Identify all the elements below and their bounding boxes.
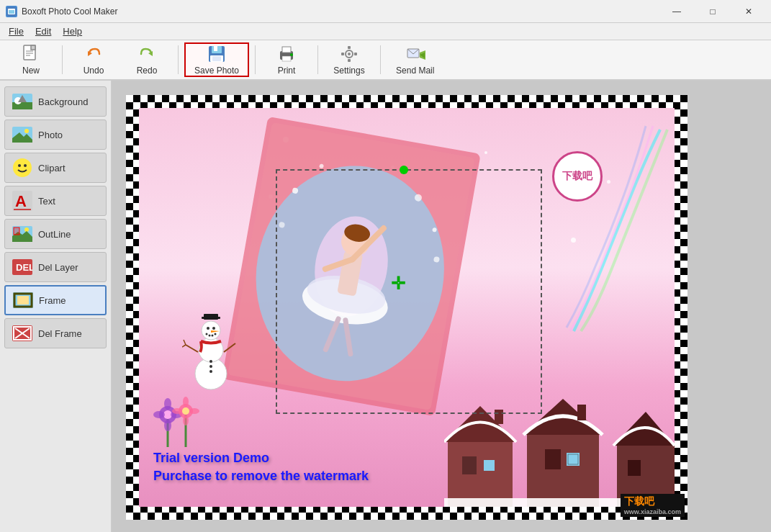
svg-rect-94 xyxy=(462,456,477,474)
svg-rect-2 xyxy=(9,10,14,14)
outline-icon xyxy=(12,224,32,244)
svg-text:DEL: DEL xyxy=(16,262,32,273)
menu-help[interactable]: Help xyxy=(57,24,88,38)
print-button[interactable]: Print xyxy=(261,42,312,77)
svg-text:A: A xyxy=(15,192,27,210)
menu-edit[interactable]: Edit xyxy=(30,24,57,38)
close-button[interactable]: ✕ xyxy=(732,1,765,22)
scene-background: 下载吧 xyxy=(139,108,675,507)
del-layer-label: Del Layer xyxy=(38,262,78,273)
text-icon: A xyxy=(12,191,32,211)
svg-rect-16 xyxy=(282,47,291,53)
flowers xyxy=(146,389,204,449)
move-handle[interactable]: ✛ xyxy=(391,274,405,294)
svg-point-33 xyxy=(24,129,29,133)
menu-file[interactable]: File xyxy=(3,24,30,38)
svg-rect-12 xyxy=(214,46,217,51)
new-button[interactable]: New xyxy=(6,42,56,77)
background-icon xyxy=(12,91,32,112)
svg-line-67 xyxy=(224,343,235,352)
window-controls: — □ ✕ xyxy=(660,1,765,22)
svg-point-71 xyxy=(209,365,212,368)
houses xyxy=(444,392,675,507)
svg-point-65 xyxy=(215,333,217,335)
toolbar-sep-3 xyxy=(255,45,256,74)
svg-point-113 xyxy=(153,411,165,418)
svg-point-20 xyxy=(348,53,351,55)
svg-point-118 xyxy=(183,415,189,425)
toolbar-sep-5 xyxy=(380,45,381,74)
del-frame-label: Del Frame xyxy=(38,328,82,339)
svg-rect-17 xyxy=(282,56,291,61)
sidebar-photo-button[interactable]: Photo xyxy=(4,120,107,150)
logo-line1: 下载吧 xyxy=(624,495,681,508)
save-photo-label: Save Photo xyxy=(194,66,239,76)
redo-icon xyxy=(137,44,157,64)
svg-marker-93 xyxy=(444,406,516,442)
sidebar-clipart-button[interactable]: Clipart xyxy=(4,153,107,183)
svg-point-116 xyxy=(182,407,189,415)
undo-button[interactable]: Undo xyxy=(68,42,119,77)
svg-rect-95 xyxy=(484,460,495,471)
settings-button[interactable]: Settings xyxy=(324,42,374,77)
sidebar-text-button[interactable]: A Text xyxy=(4,186,107,216)
svg-rect-97 xyxy=(527,435,599,507)
print-icon xyxy=(276,44,297,64)
toolbar: New Undo Redo xyxy=(0,40,771,81)
watermark-line2: Purchase to remove the watermark xyxy=(153,467,369,485)
svg-rect-29 xyxy=(12,102,32,109)
send-mail-label: Send Mail xyxy=(396,66,434,76)
redo-button[interactable]: Redo xyxy=(122,42,172,77)
sidebar-background-button[interactable]: Background xyxy=(4,86,107,117)
sidebar: Background Photo xyxy=(0,81,112,532)
svg-point-36 xyxy=(18,164,21,167)
snow-4 xyxy=(484,151,487,154)
mail-icon xyxy=(405,44,425,64)
dancer-frame xyxy=(217,112,484,420)
undo-label: Undo xyxy=(84,66,104,76)
svg-rect-21 xyxy=(348,46,351,49)
logo-line2: www.xiazaiba.com xyxy=(624,508,681,515)
sidebar-outline-button[interactable]: OutLine xyxy=(4,219,107,249)
svg-point-35 xyxy=(13,158,32,177)
print-label: Print xyxy=(278,66,296,76)
save-photo-button[interactable]: Save Photo xyxy=(184,42,249,77)
svg-point-117 xyxy=(183,397,189,407)
del-layer-icon: DEL xyxy=(12,257,32,277)
inner-content: 下载吧 xyxy=(139,108,675,507)
logo-watermark: 下载吧 www.xiazaiba.com xyxy=(621,494,685,517)
watermark-line1: Trial version Demo xyxy=(153,449,369,467)
svg-rect-92 xyxy=(448,442,513,507)
save-icon xyxy=(207,44,227,64)
svg-point-63 xyxy=(209,335,211,337)
sidebar-frame-button[interactable]: Frame xyxy=(4,285,107,315)
maximize-button[interactable]: □ xyxy=(696,1,729,22)
sidebar-del-frame-button[interactable]: Del Frame xyxy=(4,318,107,348)
svg-rect-96 xyxy=(495,410,503,424)
window-title: Boxoft Photo Cool Maker xyxy=(22,6,660,17)
svg-line-68 xyxy=(184,340,186,345)
svg-point-60 xyxy=(212,327,215,330)
toolbar-sep-1 xyxy=(62,45,63,74)
svg-point-119 xyxy=(172,408,182,414)
main-layout: Background Photo xyxy=(0,81,771,532)
minimize-button[interactable]: — xyxy=(660,1,693,22)
sidebar-del-layer-button[interactable]: DEL Del Layer xyxy=(4,252,107,282)
clipart-label: Clipart xyxy=(38,163,66,173)
photo-icon xyxy=(12,125,32,145)
redo-label: Redo xyxy=(137,66,158,76)
svg-rect-22 xyxy=(348,59,351,62)
undo-icon xyxy=(84,44,104,64)
svg-point-112 xyxy=(164,420,171,431)
settings-label: Settings xyxy=(333,66,364,76)
svg-point-111 xyxy=(164,398,171,410)
rotate-handle[interactable] xyxy=(400,166,408,174)
photo-canvas: 下载吧 xyxy=(126,95,687,520)
snow-5 xyxy=(571,238,576,243)
svg-point-70 xyxy=(209,360,212,363)
send-mail-button[interactable]: Send Mail xyxy=(387,42,443,77)
svg-point-64 xyxy=(212,335,214,337)
clipart-icon xyxy=(12,158,32,178)
photo-label: Photo xyxy=(38,130,63,140)
svg-rect-49 xyxy=(17,296,29,305)
